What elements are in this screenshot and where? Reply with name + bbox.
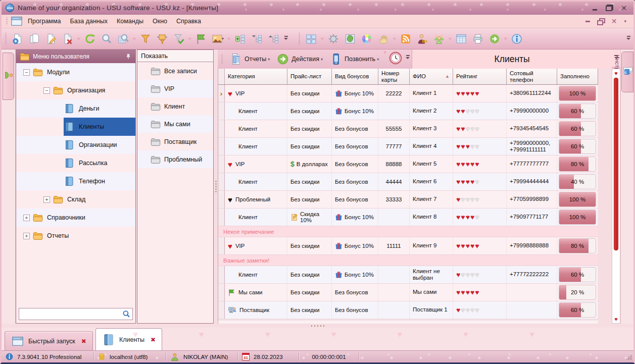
category-cell[interactable]: Клиент: [225, 266, 287, 283]
price-list-cell[interactable]: Без скидки: [287, 266, 332, 283]
price-list-cell[interactable]: Без скидки: [287, 102, 332, 120]
filled-cell[interactable]: 60 %: [557, 120, 598, 137]
sidebar-item-организация[interactable]: −Организация: [16, 81, 135, 99]
phone-cell[interactable]: +79097771177: [507, 209, 557, 226]
phone-cell[interactable]: +380961112244: [507, 85, 557, 102]
bonus-cell[interactable]: Без бонусов: [332, 120, 378, 137]
menu-item-5[interactable]: Справка: [172, 16, 206, 27]
rating-cell[interactable]: ♥♥♥♥♥: [453, 85, 507, 102]
image-button[interactable]: ▾: [210, 30, 226, 47]
mdi-close-button[interactable]: ✕: [611, 18, 617, 25]
bonus-cell[interactable]: Бонус 10%: [332, 102, 378, 120]
table-button[interactable]: [453, 30, 469, 47]
name-cell[interactable]: Клиент 3: [410, 120, 453, 137]
price-list-cell[interactable]: Без скидки: [287, 120, 332, 137]
search-button[interactable]: [99, 30, 115, 47]
column-header-7[interactable]: Сотовый телефон: [507, 69, 557, 84]
settings-button[interactable]: [325, 30, 341, 47]
row-selector[interactable]: [218, 191, 225, 208]
rating-cell[interactable]: ♥♥♥♥♥: [453, 120, 507, 137]
row-selector[interactable]: [218, 266, 225, 283]
phone-cell[interactable]: +79345454545: [507, 120, 557, 137]
phone-cell[interactable]: [507, 284, 557, 301]
tree-expander-icon[interactable]: +: [23, 215, 30, 221]
user-key-button[interactable]: [414, 30, 430, 47]
resize-grip[interactable]: [626, 354, 632, 360]
instruction-tab[interactable]: ? Инструкция: [621, 51, 633, 92]
search-input[interactable]: [19, 308, 133, 320]
table-row[interactable]: ♥VIP$В долларахБез бонусов88888Клиент 5♥…: [218, 155, 598, 173]
card-number-cell[interactable]: 77777: [378, 138, 410, 155]
menu-item-4[interactable]: Окно: [148, 16, 172, 27]
tree-expander-icon[interactable]: +: [43, 196, 50, 203]
sidebar-item-телефон[interactable]: Телефон: [16, 172, 135, 190]
price-list-cell[interactable]: Без скидки: [287, 301, 332, 319]
pin-icon[interactable]: [125, 53, 132, 60]
card-number-cell[interactable]: [378, 266, 410, 283]
row-selector[interactable]: [218, 284, 225, 301]
row-selector[interactable]: [218, 173, 225, 190]
card-number-cell[interactable]: 88888: [378, 155, 410, 173]
tree-collapse-button[interactable]: [249, 30, 265, 47]
column-header-5[interactable]: ФИО▲: [410, 69, 453, 84]
bonus-cell[interactable]: Без бонусов: [332, 301, 378, 319]
sidebar-item-клиенты[interactable]: Клиенты: [16, 118, 135, 136]
minimize-button[interactable]: [589, 4, 600, 12]
rating-cell[interactable]: ♥♥♥♥♥: [453, 102, 507, 120]
price-list-cell[interactable]: $В долларах: [287, 155, 332, 173]
card-number-cell[interactable]: 11111: [378, 237, 410, 254]
name-cell[interactable]: Клиент 4: [410, 138, 453, 155]
category-cell[interactable]: ♥Проблемный: [225, 191, 287, 208]
name-cell[interactable]: Клиент 6: [410, 173, 453, 190]
vertical-scrollbar[interactable]: ♥ ♥: [612, 69, 620, 324]
mdi-minimize-button[interactable]: [585, 21, 590, 22]
show-filter-3[interactable]: Клиент: [137, 97, 213, 115]
filled-cell[interactable]: 60 %: [557, 102, 598, 120]
card-number-cell[interactable]: [378, 301, 410, 319]
table-row[interactable]: ♥VIPБез скидкиБонус 10%11111Клиент 9♥♥♥♥…: [218, 237, 598, 255]
filled-cell[interactable]: 80 %: [557, 237, 598, 254]
table-row[interactable]: КлиентБез скидкиБез бонусов44444Клиент 6…: [218, 173, 598, 191]
phone-cell[interactable]: +77772222222: [507, 266, 557, 283]
category-cell[interactable]: ♥VIP: [225, 85, 287, 102]
card-number-cell[interactable]: [378, 102, 410, 120]
tree-add-button[interactable]: [232, 30, 248, 47]
sidebar-item-справочники[interactable]: +Справочники: [16, 209, 135, 227]
scroll-up-icon[interactable]: ♥: [612, 70, 620, 77]
horizontal-splitter[interactable]: [2, 324, 633, 328]
close-button[interactable]: ✕: [618, 4, 629, 12]
call-button[interactable]: Позвонить▾: [326, 53, 382, 65]
menu-item-3[interactable]: Команды: [112, 16, 148, 27]
rating-cell[interactable]: ♥♥♥♥♥: [453, 191, 507, 208]
bonus-cell[interactable]: Бонус 10%: [332, 266, 378, 283]
table-row[interactable]: Мы самиБез скидкиБез бонусовМы сами♥♥♥♥♥…: [218, 284, 598, 301]
advanced-search-button[interactable]: [115, 30, 131, 47]
category-cell[interactable]: ♥VIP: [225, 155, 287, 173]
name-cell[interactable]: Клиент 8: [410, 209, 453, 226]
filled-cell[interactable]: 100 %: [557, 209, 598, 226]
card-number-cell[interactable]: 22222: [378, 85, 410, 102]
menu-grip[interactable]: [6, 17, 8, 25]
name-cell[interactable]: Клиент 1: [410, 85, 453, 102]
name-cell[interactable]: Поставщик 1: [410, 301, 453, 319]
document-tab-1[interactable]: Быстрый запуск✖: [5, 331, 93, 350]
app-menu-icon[interactable]: [10, 15, 23, 28]
add-record-button[interactable]: [10, 30, 26, 47]
tab-close-icon[interactable]: ✖: [81, 338, 86, 345]
table-row[interactable]: КлиентСкидка 10%Бонус 10%Клиент 8♥♥♥♥♥+7…: [218, 209, 598, 226]
price-list-cell[interactable]: Без скидки: [287, 284, 332, 301]
category-cell[interactable]: Клиент: [225, 173, 287, 190]
table-row[interactable]: КлиентБез скидкиБез бонусов77777Клиент 4…: [218, 138, 598, 155]
tree-expander-icon[interactable]: −: [23, 69, 30, 76]
row-selector[interactable]: [218, 120, 225, 137]
price-list-cell[interactable]: Без скидки: [287, 138, 332, 155]
table-row[interactable]: ›♥VIPБез скидкиБонус 10%22222Клиент 1♥♥♥…: [218, 85, 598, 102]
note-row[interactable]: Некое примечание: [218, 226, 598, 237]
delete-record-button[interactable]: [60, 30, 76, 47]
sidebar-item-отчеты[interactable]: +Отчеты: [16, 227, 135, 245]
show-filter-6[interactable]: Проблемный: [137, 150, 213, 168]
document-tab-2[interactable]: Клиенты✖: [95, 328, 162, 350]
scrollbar-thumb[interactable]: [614, 78, 618, 250]
filled-cell[interactable]: 100 %: [557, 85, 598, 102]
flag-button[interactable]: [193, 30, 209, 47]
